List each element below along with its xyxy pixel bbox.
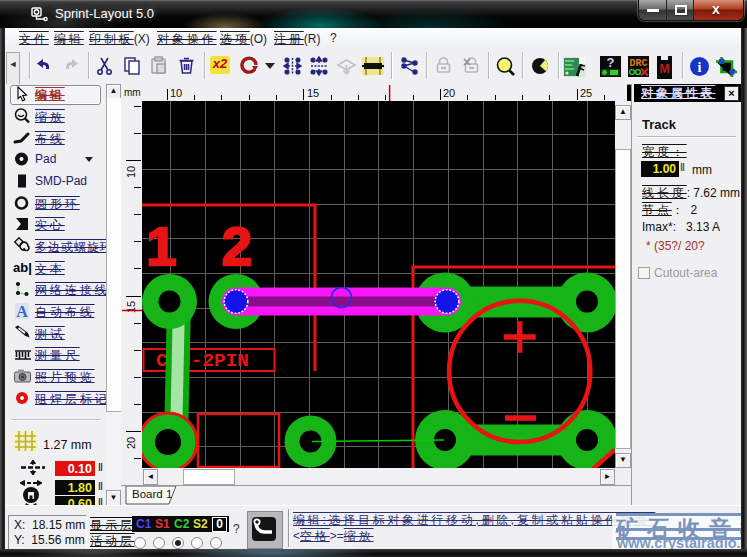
svg-text:1: 1 <box>146 216 176 276</box>
svg-text:?: ? <box>607 56 615 70</box>
svg-text:M: M <box>660 62 670 76</box>
svg-text:15: 15 <box>307 87 319 99</box>
svg-text:10: 10 <box>125 166 137 178</box>
svg-text:20: 20 <box>443 87 455 99</box>
svg-text:20: 20 <box>125 437 137 449</box>
svg-text:10: 10 <box>170 87 182 99</box>
svg-text:2: 2 <box>222 216 252 276</box>
svg-text:A: A <box>16 303 28 320</box>
svg-text:DRC: DRC <box>629 58 647 69</box>
svg-text:i: i <box>698 60 702 75</box>
svg-text:25: 25 <box>580 87 592 99</box>
